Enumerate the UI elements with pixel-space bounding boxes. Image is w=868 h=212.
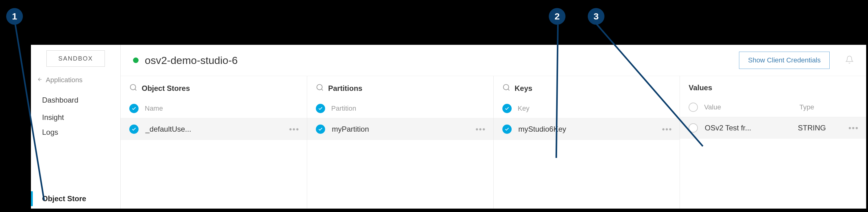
column-subheader-keys: Key	[494, 99, 680, 118]
app-frame: SANDBOX Applications Dashboard Insight L…	[31, 45, 866, 209]
select-all-toggle[interactable]	[502, 104, 512, 113]
row-value: OSv2 Test fr...	[705, 123, 751, 132]
svg-point-1	[130, 84, 135, 90]
column-title: Partitions	[328, 84, 363, 93]
column-partitions: Partitions Partition myPartition •••	[307, 76, 494, 209]
column-header-values: Values	[680, 76, 866, 98]
subhead-label: Partition	[331, 104, 356, 112]
column-object-stores: Object Stores Name _defaultUse... •••	[121, 76, 307, 209]
sidebar: SANDBOX Applications Dashboard Insight L…	[31, 45, 121, 209]
status-indicator-icon	[133, 58, 138, 63]
search-icon[interactable]	[502, 83, 510, 93]
main-panel: osv2-demo-studio-6 Show Client Credentia…	[121, 45, 866, 209]
select-all-toggle[interactable]	[689, 103, 698, 112]
show-client-credentials-button[interactable]: Show Client Credentials	[739, 51, 830, 69]
key-row[interactable]: myStudio6Key •••	[494, 118, 680, 140]
environment-badge[interactable]: SANDBOX	[46, 50, 105, 67]
column-title: Keys	[515, 84, 532, 93]
row-value: _defaultUse...	[145, 125, 191, 134]
more-menu-icon[interactable]: •••	[289, 125, 299, 134]
back-to-applications[interactable]: Applications	[31, 76, 120, 90]
columns: Object Stores Name _defaultUse... •••	[121, 76, 866, 209]
svg-line-2	[135, 89, 136, 91]
bell-icon[interactable]	[845, 55, 854, 65]
more-menu-icon[interactable]: •••	[848, 123, 859, 133]
svg-point-3	[317, 84, 322, 90]
subhead-label: Name	[145, 104, 163, 112]
annotation-callout-3: 3	[588, 8, 604, 25]
column-subheader-values: Value Type	[680, 98, 866, 117]
column-header-partitions: Partitions	[307, 76, 493, 99]
sidebar-item-dashboard[interactable]: Dashboard	[31, 90, 120, 110]
svg-line-6	[508, 89, 509, 91]
row-select-toggle[interactable]	[129, 125, 138, 134]
select-all-toggle[interactable]	[129, 104, 138, 113]
annotation-callout-1: 1	[6, 8, 23, 25]
partition-row[interactable]: myPartition •••	[307, 118, 493, 140]
column-keys: Keys Key myStudio6Key •••	[494, 76, 680, 209]
search-icon[interactable]	[316, 83, 324, 93]
row-type: STRING	[798, 123, 826, 132]
subhead-label-type: Type	[799, 103, 858, 111]
column-title: Object Stores	[142, 84, 190, 93]
row-value: myPartition	[332, 125, 369, 134]
subhead-label: Key	[518, 104, 530, 112]
column-subheader-object-stores: Name	[121, 99, 307, 118]
annotation-callout-2: 2	[549, 8, 565, 25]
arrow-left-icon	[37, 76, 43, 84]
header: osv2-demo-studio-6 Show Client Credentia…	[121, 45, 866, 76]
select-all-toggle[interactable]	[316, 104, 325, 113]
more-menu-icon[interactable]: •••	[475, 125, 486, 134]
object-store-row[interactable]: _defaultUse... •••	[121, 118, 307, 140]
column-subheader-partitions: Partition	[307, 99, 493, 118]
row-value: myStudio6Key	[519, 125, 566, 134]
back-label: Applications	[46, 76, 83, 84]
sidebar-item-insight[interactable]: Insight	[31, 110, 120, 125]
value-row[interactable]: OSv2 Test fr... STRING •••	[680, 117, 866, 139]
sidebar-item-logs[interactable]: Logs	[31, 125, 120, 140]
more-menu-icon[interactable]: •••	[662, 125, 672, 134]
row-select-toggle[interactable]	[316, 125, 325, 134]
column-header-object-stores: Object Stores	[121, 76, 307, 99]
column-title: Values	[689, 83, 712, 92]
svg-point-5	[503, 84, 508, 90]
subhead-label-value: Value	[704, 103, 721, 111]
row-select-toggle[interactable]	[502, 125, 512, 134]
search-icon[interactable]	[129, 83, 137, 93]
svg-line-4	[321, 89, 323, 91]
app-title: osv2-demo-studio-6	[145, 55, 733, 66]
column-values: Values Value Type OSv2 Test fr... STRING…	[680, 76, 866, 209]
